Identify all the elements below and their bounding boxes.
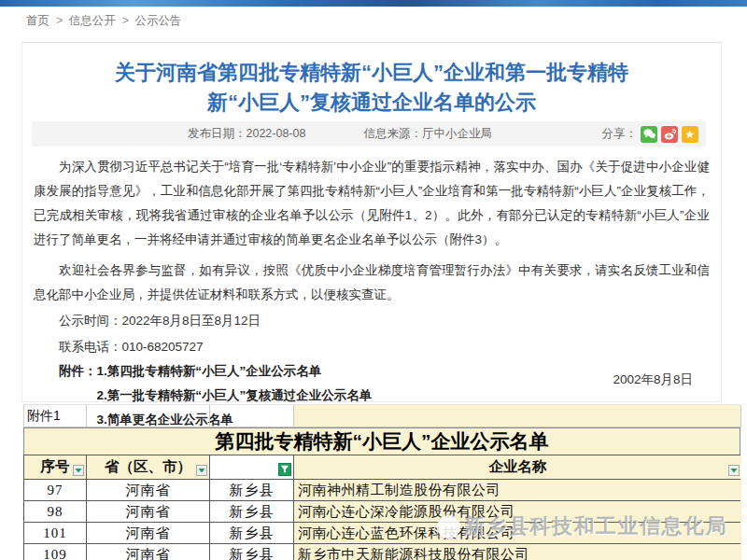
- attachment-list-line1: 附件：1.第四批专精特新“小巨人”企业公示名单: [34, 359, 710, 384]
- table-row: 101 河南省 新乡县 河南心连心蓝色环保科技有限公司: [23, 523, 740, 544]
- cell-county: 新乡县: [210, 544, 294, 560]
- table-header-row: 序号 省（区、市） 企业名称: [23, 455, 740, 480]
- filter-dropdown-icon[interactable]: [196, 465, 207, 476]
- filter-dropdown-icon[interactable]: [73, 465, 84, 476]
- breadcrumb-home[interactable]: 首页: [26, 14, 49, 27]
- weibo-share-icon[interactable]: [661, 126, 678, 143]
- header-serial: 序号: [24, 455, 87, 479]
- page-title-line2: 新“小巨人”复核通过企业名单的公示: [207, 91, 536, 114]
- breadcrumb: 首页> 信息公开> 公示公告: [26, 13, 186, 29]
- table-row: 98 河南省 新乡县 河南心连心深冷能源股份有限公司: [23, 501, 740, 523]
- breadcrumb-current: 公示公告: [135, 14, 182, 27]
- cell-serial: 97: [24, 480, 87, 500]
- cell-company: 河南心连心蓝色环保科技有限公司: [294, 523, 741, 543]
- cell-county: 新乡县: [210, 480, 294, 500]
- share-bar: 分享： ★: [602, 126, 699, 143]
- empty-cell-yellow: [294, 405, 741, 427]
- article-body: 为深入贯彻习近平总书记关于“培育一批‘专精特新’中小企业”的重要指示精神，落实中…: [34, 155, 710, 432]
- cell-county: 新乡县: [210, 523, 294, 543]
- publicity-time: 公示时间：2022年8月8日至8月12日: [34, 309, 710, 333]
- cell-company: 新乡市中天新能源科技股份有限公司: [294, 544, 741, 560]
- cell-province: 河南省: [87, 544, 210, 560]
- page-title: 关于河南省第四批专精特新“小巨人”企业和第一批专精特 新“小巨人”复核通过企业名…: [22, 43, 721, 118]
- header-province-label: 省（区、市）: [105, 457, 191, 477]
- cell-county: 新乡县: [210, 501, 294, 522]
- wechat-share-icon[interactable]: [641, 126, 657, 143]
- filter-dropdown-icon[interactable]: [728, 465, 740, 476]
- attachment1-row: 附件1: [23, 404, 740, 427]
- table-title: 第四批专精特新“小巨人”企业公示名单: [23, 427, 740, 455]
- table-row: 97 河南省 新乡县 河南神州精工制造股份有限公司: [23, 480, 740, 501]
- publish-date: 发布日期：2022-08-08: [188, 126, 305, 142]
- breadcrumb-separator: >: [122, 14, 129, 27]
- paragraph-1: 为深入贯彻习近平总书记关于“培育一批‘专精特新’中小企业”的重要指示精神，落实中…: [34, 155, 710, 252]
- cell-province: 河南省: [87, 501, 210, 522]
- empty-cell: [87, 405, 210, 427]
- header-serial-label: 序号: [41, 457, 70, 477]
- cell-serial: 101: [24, 523, 87, 543]
- header-county: [210, 455, 294, 479]
- contact-phone: 联系电话：010-68205727: [34, 335, 710, 359]
- article-panel: 关于河南省第四批专精特新“小巨人”企业和第一批专精特 新“小巨人”复核通过企业名…: [21, 42, 722, 402]
- page-title-line1: 关于河南省第四批专精特新“小巨人”企业和第一批专精特: [115, 61, 628, 84]
- header-province: 省（区、市）: [87, 455, 210, 479]
- attachments-label: 附件：: [59, 364, 97, 378]
- cell-company: 河南心连心深冷能源股份有限公司: [294, 501, 741, 522]
- table-row: 109 河南省 新乡县 新乡市中天新能源科技股份有限公司: [23, 544, 740, 560]
- attachment-table: 附件1 第四批专精特新“小巨人”企业公示名单 序号 省（区、市） 企业名称 97…: [23, 404, 740, 560]
- top-banner-strip: [0, 0, 747, 7]
- attachment-link-1[interactable]: 1.第四批专精特新“小巨人”企业公示名单: [97, 364, 322, 378]
- cell-serial: 109: [24, 544, 87, 560]
- cell-province: 河南省: [87, 523, 210, 543]
- qzone-star-share-icon[interactable]: ★: [682, 126, 698, 143]
- breadcrumb-separator: >: [56, 14, 63, 27]
- share-label: 分享：: [602, 126, 638, 142]
- signature-date: 2002年8月8日: [613, 371, 693, 388]
- cell-province: 河南省: [87, 480, 210, 500]
- filter-applied-icon[interactable]: [278, 463, 291, 476]
- header-company: 企业名称: [294, 455, 741, 479]
- empty-cell: [210, 405, 294, 427]
- attachment1-label: 附件1: [24, 405, 87, 427]
- header-company-label: 企业名称: [489, 457, 547, 477]
- cell-serial: 98: [24, 501, 87, 522]
- article-meta-bar: 发布日期：2022-08-08 信息来源：厅中小企业局 分享： ★: [32, 121, 706, 147]
- cell-company: 河南神州精工制造股份有限公司: [294, 480, 741, 500]
- paragraph-2: 欢迎社会各界参与监督，如有异议，按照《优质中小企业梯度培育管理暂行办法》中有关要…: [34, 259, 710, 307]
- info-source: 信息来源：厅中小企业局: [363, 126, 492, 142]
- breadcrumb-info-disclosure[interactable]: 信息公开: [69, 14, 116, 27]
